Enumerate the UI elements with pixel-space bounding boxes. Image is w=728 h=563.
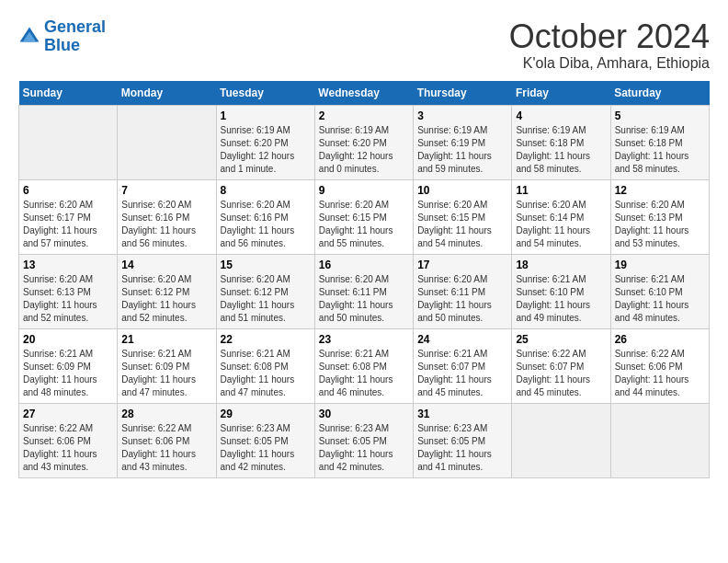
calendar-cell: 1Sunrise: 6:19 AM Sunset: 6:20 PM Daylig… xyxy=(216,105,314,179)
calendar-cell: 17Sunrise: 6:20 AM Sunset: 6:11 PM Dayli… xyxy=(414,254,512,328)
day-number: 2 xyxy=(319,109,409,122)
calendar-cell: 10Sunrise: 6:20 AM Sunset: 6:15 PM Dayli… xyxy=(414,179,512,254)
logo-text: General Blue xyxy=(44,18,106,55)
calendar-cell: 7Sunrise: 6:20 AM Sunset: 6:16 PM Daylig… xyxy=(118,179,216,254)
day-number: 5 xyxy=(615,109,705,122)
day-number: 10 xyxy=(417,184,507,197)
calendar-cell: 14Sunrise: 6:20 AM Sunset: 6:12 PM Dayli… xyxy=(118,254,216,328)
day-number: 30 xyxy=(319,408,409,420)
calendar-cell: 15Sunrise: 6:20 AM Sunset: 6:12 PM Dayli… xyxy=(216,254,314,328)
day-number: 7 xyxy=(121,184,211,197)
calendar-week-2: 6Sunrise: 6:20 AM Sunset: 6:17 PM Daylig… xyxy=(19,179,710,254)
day-number: 8 xyxy=(221,184,311,197)
calendar-cell xyxy=(610,403,709,477)
calendar-cell: 25Sunrise: 6:22 AM Sunset: 6:07 PM Dayli… xyxy=(512,328,610,403)
day-number: 16 xyxy=(319,259,409,271)
calendar-cell: 20Sunrise: 6:21 AM Sunset: 6:09 PM Dayli… xyxy=(19,328,118,403)
day-content: Sunrise: 6:20 AM Sunset: 6:13 PM Dayligh… xyxy=(615,199,705,250)
calendar-cell: 12Sunrise: 6:20 AM Sunset: 6:13 PM Dayli… xyxy=(610,179,709,254)
calendar-cell: 30Sunrise: 6:23 AM Sunset: 6:05 PM Dayli… xyxy=(314,403,413,477)
day-number: 6 xyxy=(23,184,113,197)
calendar-week-5: 27Sunrise: 6:22 AM Sunset: 6:06 PM Dayli… xyxy=(19,403,710,477)
column-header-thursday: Thursday xyxy=(414,81,512,106)
title-block: October 2024 K'ola Diba, Amhara, Ethiopi… xyxy=(509,18,710,72)
calendar-week-1: 1Sunrise: 6:19 AM Sunset: 6:20 PM Daylig… xyxy=(19,105,710,179)
day-number: 31 xyxy=(417,408,507,420)
day-number: 25 xyxy=(516,333,606,346)
day-content: Sunrise: 6:21 AM Sunset: 6:10 PM Dayligh… xyxy=(615,273,705,325)
month-title: October 2024 xyxy=(509,18,710,55)
calendar-cell xyxy=(512,403,610,477)
calendar-cell: 6Sunrise: 6:20 AM Sunset: 6:17 PM Daylig… xyxy=(19,179,118,254)
calendar-cell: 27Sunrise: 6:22 AM Sunset: 6:06 PM Dayli… xyxy=(19,403,118,477)
day-content: Sunrise: 6:19 AM Sunset: 6:20 PM Dayligh… xyxy=(221,124,311,176)
day-content: Sunrise: 6:20 AM Sunset: 6:13 PM Dayligh… xyxy=(23,273,113,325)
calendar-cell xyxy=(19,105,118,179)
day-content: Sunrise: 6:23 AM Sunset: 6:05 PM Dayligh… xyxy=(417,422,507,474)
day-number: 14 xyxy=(121,259,211,271)
calendar-cell: 2Sunrise: 6:19 AM Sunset: 6:20 PM Daylig… xyxy=(314,105,413,179)
calendar-cell: 13Sunrise: 6:20 AM Sunset: 6:13 PM Dayli… xyxy=(19,254,118,328)
calendar-cell: 23Sunrise: 6:21 AM Sunset: 6:08 PM Dayli… xyxy=(314,328,413,403)
day-number: 11 xyxy=(516,184,606,197)
day-content: Sunrise: 6:21 AM Sunset: 6:09 PM Dayligh… xyxy=(23,348,113,399)
calendar-cell: 5Sunrise: 6:19 AM Sunset: 6:18 PM Daylig… xyxy=(610,105,709,179)
logo: General Blue xyxy=(18,18,106,55)
day-number: 17 xyxy=(417,259,507,271)
column-header-friday: Friday xyxy=(512,81,610,106)
day-content: Sunrise: 6:21 AM Sunset: 6:07 PM Dayligh… xyxy=(417,348,507,399)
day-number: 20 xyxy=(23,333,113,346)
calendar-cell: 29Sunrise: 6:23 AM Sunset: 6:05 PM Dayli… xyxy=(216,403,314,477)
day-number: 21 xyxy=(121,333,211,346)
column-header-tuesday: Tuesday xyxy=(216,81,314,106)
day-content: Sunrise: 6:20 AM Sunset: 6:15 PM Dayligh… xyxy=(319,199,409,250)
calendar-cell xyxy=(118,105,216,179)
day-content: Sunrise: 6:19 AM Sunset: 6:18 PM Dayligh… xyxy=(516,124,606,176)
location-subtitle: K'ola Diba, Amhara, Ethiopia xyxy=(509,55,710,72)
day-number: 19 xyxy=(615,259,705,271)
calendar-week-4: 20Sunrise: 6:21 AM Sunset: 6:09 PM Dayli… xyxy=(19,328,710,403)
column-header-sunday: Sunday xyxy=(19,81,118,106)
day-content: Sunrise: 6:22 AM Sunset: 6:06 PM Dayligh… xyxy=(615,348,705,399)
day-content: Sunrise: 6:23 AM Sunset: 6:05 PM Dayligh… xyxy=(319,422,409,474)
logo-line1: General xyxy=(44,17,106,36)
day-number: 22 xyxy=(221,333,311,346)
day-content: Sunrise: 6:22 AM Sunset: 6:07 PM Dayligh… xyxy=(516,348,606,399)
day-content: Sunrise: 6:20 AM Sunset: 6:11 PM Dayligh… xyxy=(319,273,409,325)
day-number: 3 xyxy=(417,109,507,122)
day-number: 23 xyxy=(319,333,409,346)
calendar-cell: 16Sunrise: 6:20 AM Sunset: 6:11 PM Dayli… xyxy=(314,254,413,328)
column-header-saturday: Saturday xyxy=(610,81,709,106)
day-number: 12 xyxy=(615,184,705,197)
calendar-cell: 11Sunrise: 6:20 AM Sunset: 6:14 PM Dayli… xyxy=(512,179,610,254)
calendar-cell: 24Sunrise: 6:21 AM Sunset: 6:07 PM Dayli… xyxy=(414,328,512,403)
day-number: 18 xyxy=(516,259,606,271)
calendar-header-row: SundayMondayTuesdayWednesdayThursdayFrid… xyxy=(19,81,710,106)
calendar-cell: 19Sunrise: 6:21 AM Sunset: 6:10 PM Dayli… xyxy=(610,254,709,328)
day-content: Sunrise: 6:20 AM Sunset: 6:17 PM Dayligh… xyxy=(23,199,113,250)
calendar-cell: 8Sunrise: 6:20 AM Sunset: 6:16 PM Daylig… xyxy=(216,179,314,254)
calendar-body: 1Sunrise: 6:19 AM Sunset: 6:20 PM Daylig… xyxy=(19,105,710,477)
calendar-cell: 9Sunrise: 6:20 AM Sunset: 6:15 PM Daylig… xyxy=(314,179,413,254)
day-content: Sunrise: 6:20 AM Sunset: 6:14 PM Dayligh… xyxy=(516,199,606,250)
day-content: Sunrise: 6:23 AM Sunset: 6:05 PM Dayligh… xyxy=(221,422,311,474)
day-content: Sunrise: 6:19 AM Sunset: 6:18 PM Dayligh… xyxy=(615,124,705,176)
page-header: General Blue October 2024 K'ola Diba, Am… xyxy=(18,18,710,72)
day-content: Sunrise: 6:21 AM Sunset: 6:10 PM Dayligh… xyxy=(516,273,606,325)
day-content: Sunrise: 6:22 AM Sunset: 6:06 PM Dayligh… xyxy=(23,422,113,474)
day-number: 26 xyxy=(615,333,705,346)
day-content: Sunrise: 6:21 AM Sunset: 6:08 PM Dayligh… xyxy=(319,348,409,399)
day-content: Sunrise: 6:20 AM Sunset: 6:16 PM Dayligh… xyxy=(221,199,311,250)
day-content: Sunrise: 6:21 AM Sunset: 6:09 PM Dayligh… xyxy=(121,348,211,399)
day-number: 28 xyxy=(121,408,211,420)
calendar-cell: 21Sunrise: 6:21 AM Sunset: 6:09 PM Dayli… xyxy=(118,328,216,403)
day-content: Sunrise: 6:19 AM Sunset: 6:20 PM Dayligh… xyxy=(319,124,409,176)
day-number: 13 xyxy=(23,259,113,271)
calendar-table: SundayMondayTuesdayWednesdayThursdayFrid… xyxy=(18,81,710,478)
logo-icon xyxy=(18,26,40,48)
day-content: Sunrise: 6:20 AM Sunset: 6:15 PM Dayligh… xyxy=(417,199,507,250)
day-number: 4 xyxy=(516,109,606,122)
calendar-cell: 31Sunrise: 6:23 AM Sunset: 6:05 PM Dayli… xyxy=(414,403,512,477)
day-content: Sunrise: 6:21 AM Sunset: 6:08 PM Dayligh… xyxy=(221,348,311,399)
day-number: 1 xyxy=(221,109,311,122)
